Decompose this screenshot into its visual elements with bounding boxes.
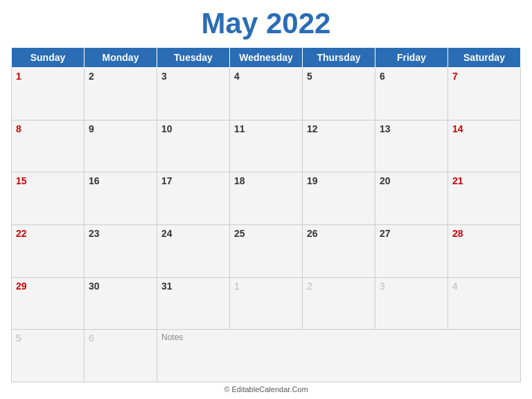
calendar-day: 22 [12,224,85,277]
header-day: Tuesday [157,48,230,68]
header-day: Thursday [303,48,375,68]
calendar-day: 4 [448,277,521,330]
calendar-day: 20 [375,172,448,225]
notes-cell: Notes [157,330,521,382]
calendar-day: 30 [85,277,157,330]
calendar-day: 2 [303,277,375,330]
calendar-day: 14 [448,120,521,172]
calendar-week: 2930311234 [12,277,521,330]
calendar-week: 1234567 [12,68,521,121]
calendar-table: SundayMondayTuesdayWednesdayThursdayFrid… [11,47,521,382]
calendar-day: 13 [375,120,448,172]
calendar-day: 16 [85,172,157,225]
calendar-day: 9 [85,120,157,172]
header-day: Saturday [448,48,521,68]
calendar-day: 11 [230,120,303,172]
calendar-day: 12 [303,120,375,172]
calendar-week: 22232425262728 [12,224,521,277]
calendar-day: 23 [85,224,157,277]
calendar-week: 56Notes [12,330,521,382]
calendar-day: 25 [230,224,303,277]
footer: © EditableCalendar.Com [224,385,308,395]
calendar-week: 891011121314 [12,120,521,172]
calendar-day: 1 [230,277,303,330]
calendar-day: 27 [375,224,448,277]
calendar-day: 17 [157,172,230,225]
calendar-day: 18 [230,172,303,225]
calendar-day: 4 [230,68,303,121]
calendar-title: May 2022 [202,7,331,40]
calendar-day: 10 [157,120,230,172]
calendar-day: 2 [85,68,157,121]
calendar-day: 24 [157,224,230,277]
header-day: Wednesday [230,48,303,68]
calendar-day: 1 [12,68,85,121]
calendar-day: 31 [157,277,230,330]
calendar-day: 29 [12,277,85,330]
calendar-day: 15 [12,172,85,225]
calendar-day: 6 [375,68,448,121]
header-row: SundayMondayTuesdayWednesdayThursdayFrid… [12,48,521,68]
calendar-day: 5 [303,68,375,121]
header-day: Friday [375,48,448,68]
calendar-day: 8 [12,120,85,172]
calendar-day: 6 [85,330,157,382]
header-day: Sunday [12,48,85,68]
calendar-day: 21 [448,172,521,225]
calendar-day: 19 [303,172,375,225]
calendar-day: 3 [375,277,448,330]
calendar-day: 28 [448,224,521,277]
calendar-day: 7 [448,68,521,121]
calendar-day: 5 [12,330,85,382]
calendar-day: 26 [303,224,375,277]
calendar-day: 3 [157,68,230,121]
calendar-week: 15161718192021 [12,172,521,225]
header-day: Monday [85,48,157,68]
